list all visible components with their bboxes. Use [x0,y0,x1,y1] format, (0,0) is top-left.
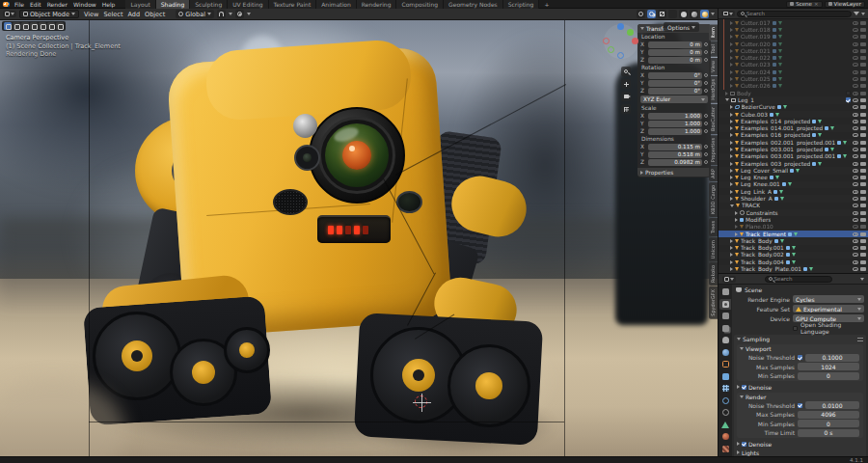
proportional-dropdown-icon[interactable] [247,13,251,15]
section-header-denoise[interactable]: Denoise [734,440,866,449]
hide-viewport-icon[interactable] [853,232,858,236]
outliner-row[interactable]: Cutter.023 [719,62,868,68]
outliner-row[interactable]: Modifiers [719,216,868,223]
disable-render-icon[interactable] [860,63,866,67]
move-tool-icon[interactable] [47,22,55,30]
hide-viewport-icon[interactable] [853,260,858,264]
properties-tab-particles[interactable] [719,383,731,394]
menu-render[interactable]: Render [44,0,70,9]
sidebar-tab-rokoko[interactable]: Rokoko [709,262,718,286]
value-field[interactable]: 0.1000 [805,354,859,362]
outliner-row[interactable]: Constraints [719,209,868,216]
transform-value-field[interactable]: 0° [648,88,702,95]
sidebar-tab-trees[interactable]: Trees [709,218,718,236]
sidebar-tab-hardops[interactable]: HardOps [709,76,718,103]
hide-viewport-icon[interactable] [853,98,858,102]
hide-viewport-icon[interactable] [853,141,858,145]
editor-type-button[interactable] [3,11,16,17]
hide-viewport-icon[interactable] [853,218,858,222]
outliner-row[interactable]: Track_Body.004 [719,259,868,265]
sidebar-tab-view[interactable]: View [709,58,718,75]
transform-value-field[interactable]: 0.115 m [648,144,702,150]
outliner-row[interactable]: Plane.010 [719,224,868,231]
hide-viewport-icon[interactable] [853,35,858,39]
outliner-row[interactable]: Examples_014_projected [719,118,868,124]
shading-rendered-button[interactable] [700,10,709,18]
move-button[interactable] [621,79,631,89]
animate-decorator-icon[interactable] [704,81,708,85]
properties-panel-header[interactable]: Properties [637,168,711,177]
hide-viewport-icon[interactable] [853,239,858,243]
outliner-row[interactable]: Examples_016_projected [719,132,868,139]
hide-viewport-icon[interactable] [853,56,858,60]
expand-icon[interactable] [730,120,733,123]
blender-logo-icon[interactable] [3,2,10,7]
animate-decorator-icon[interactable] [704,42,708,46]
outliner-row[interactable]: Examples_003.001_projected [719,146,868,152]
expand-icon[interactable] [730,126,733,130]
animate-decorator-icon[interactable] [704,114,708,118]
shading-solid-button[interactable] [679,10,688,18]
disable-render-icon[interactable] [860,190,866,194]
expand-icon[interactable] [730,84,733,88]
outliner-row[interactable]: Leg_Knee.001 [719,181,868,188]
outliner-row[interactable]: Cutter.026 [719,83,868,90]
disable-render-icon[interactable] [860,77,866,81]
disable-render-icon[interactable] [860,218,866,222]
transform-value-field[interactable]: 1.000 [648,121,702,127]
properties-tab-viewlayer[interactable] [719,323,731,334]
gizmo-toggle[interactable] [637,10,645,18]
hide-viewport-icon[interactable] [853,162,858,166]
properties-tab-tool[interactable] [719,286,731,297]
unlink-scene-icon[interactable]: × [814,1,819,7]
value-field[interactable]: 4096 [798,411,859,419]
expand-icon[interactable] [730,141,733,145]
properties-tab-scene[interactable] [719,335,731,345]
transform-value-field[interactable]: 0 m [648,41,702,48]
section-checkbox[interactable] [742,442,746,447]
workspace-tab-compositing[interactable]: Compositing [396,0,444,9]
expand-icon[interactable] [730,49,733,53]
expand-icon[interactable] [730,105,733,109]
outliner-editor-button[interactable] [721,11,735,16]
disable-render-icon[interactable] [860,113,866,117]
disable-render-icon[interactable] [860,120,866,123]
outliner-search-input[interactable]: Search [737,11,852,17]
select-circle-icon[interactable] [21,22,29,30]
outliner-row[interactable]: Track_Body [719,237,868,244]
menu-file[interactable]: File [12,0,27,9]
gizmo-x-axis[interactable] [632,38,638,44]
expand-icon[interactable] [735,232,738,236]
hide-viewport-icon[interactable] [853,105,858,109]
value-field[interactable]: 0 [798,420,859,427]
section-header-render[interactable]: Render [737,393,863,401]
outliner-row[interactable]: Shoulder_A [719,195,868,202]
workspace-tab-texture-paint[interactable]: Texture Paint [269,0,317,9]
sidebar-tab-boxcutter[interactable]: BoxCutter [709,104,718,134]
hide-viewport-icon[interactable] [853,211,858,215]
sidebar-tab-kb3d-cargo[interactable]: KB3D Cargo [709,182,718,217]
disable-render-icon[interactable] [860,42,866,46]
properties-tab-texture[interactable] [719,444,731,454]
scene-selector[interactable]: Scene × [786,1,822,8]
chevron-down-icon[interactable] [861,13,865,15]
annotate-tool-icon[interactable] [56,22,64,30]
disable-render-icon[interactable] [860,246,866,250]
properties-tab-physics[interactable] [719,395,731,406]
expand-icon[interactable] [735,225,738,229]
outliner-row[interactable]: Track_Body_Plate.001 [719,265,868,272]
options-button[interactable]: Options [664,22,699,32]
outliner-row[interactable]: Examples_003.001_projected.001 [719,153,868,160]
outliner-row[interactable]: Cutter.022 [719,54,868,61]
sidebar-tab-properties[interactable]: Properties [709,135,718,165]
properties-editor-button[interactable] [722,276,736,283]
navigation-gizmo[interactable] [604,24,638,59]
grid-button[interactable] [621,104,631,114]
chevron-down-icon[interactable] [860,278,864,281]
shading-wireframe-button[interactable] [668,10,677,18]
sidebar-tab-unicorn[interactable]: Unicorn [709,237,718,261]
dropdown-field[interactable]: Experimental [793,305,864,313]
disable-render-icon[interactable] [860,232,866,236]
transform-value-field[interactable]: 0° [648,80,702,87]
filter-icon[interactable] [854,12,859,15]
